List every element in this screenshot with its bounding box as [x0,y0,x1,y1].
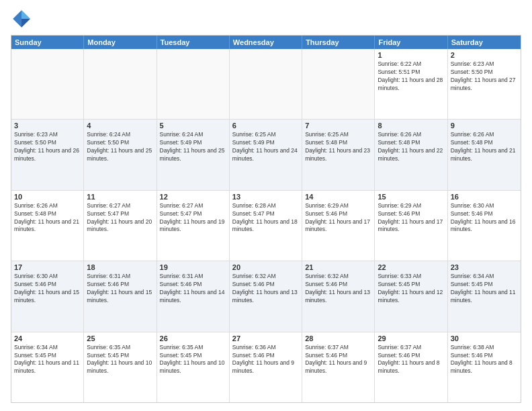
day-number: 20 [232,263,299,271]
calendar-cell: 11Sunrise: 6:27 AMSunset: 5:47 PMDayligh… [84,191,157,261]
day-number: 24 [14,334,81,342]
calendar-cell: 8Sunrise: 6:26 AMSunset: 5:48 PMDaylight… [375,120,447,189]
calendar-cell: 2Sunrise: 6:23 AMSunset: 5:50 PMDaylight… [448,49,521,119]
day-info: Sunrise: 6:37 AMSunset: 5:46 PMDaylight:… [378,344,444,376]
day-number: 6 [232,122,299,130]
day-info: Sunrise: 6:28 AMSunset: 5:47 PMDaylight:… [232,202,299,234]
day-info: Sunrise: 6:31 AMSunset: 5:46 PMDaylight:… [87,273,153,305]
day-number: 19 [160,263,226,271]
day-info: Sunrise: 6:24 AMSunset: 5:49 PMDaylight:… [160,131,226,163]
day-number: 27 [232,334,299,342]
calendar-cell: 5Sunrise: 6:24 AMSunset: 5:49 PMDaylight… [157,120,230,189]
day-number: 14 [305,193,371,201]
calendar-cell [11,49,84,119]
day-number: 21 [305,263,371,271]
calendar-cell: 4Sunrise: 6:24 AMSunset: 5:50 PMDaylight… [84,120,157,189]
day-info: Sunrise: 6:27 AMSunset: 5:47 PMDaylight:… [87,202,153,234]
day-number: 17 [14,263,81,271]
calendar-cell: 21Sunrise: 6:32 AMSunset: 5:46 PMDayligh… [302,261,375,331]
calendar-cell [302,49,375,119]
calendar-row: 24Sunrise: 6:34 AMSunset: 5:45 PMDayligh… [11,332,521,402]
calendar-row: 17Sunrise: 6:30 AMSunset: 5:46 PMDayligh… [11,261,521,332]
day-info: Sunrise: 6:37 AMSunset: 5:46 PMDaylight:… [305,344,371,376]
day-number: 13 [232,193,299,201]
day-info: Sunrise: 6:25 AMSunset: 5:48 PMDaylight:… [305,131,371,163]
calendar-cell: 12Sunrise: 6:27 AMSunset: 5:47 PMDayligh… [157,191,230,261]
day-number: 1 [378,51,444,59]
day-number: 22 [378,263,444,271]
day-number: 23 [451,263,518,271]
header-cell-monday: Monday [84,36,157,49]
day-info: Sunrise: 6:30 AMSunset: 5:46 PMDaylight:… [14,273,81,305]
calendar-row: 1Sunrise: 6:22 AMSunset: 5:51 PMDaylight… [11,49,521,120]
calendar-cell: 19Sunrise: 6:31 AMSunset: 5:46 PMDayligh… [157,261,230,331]
day-info: Sunrise: 6:29 AMSunset: 5:46 PMDaylight:… [305,202,371,234]
day-info: Sunrise: 6:24 AMSunset: 5:50 PMDaylight:… [87,131,153,163]
day-number: 29 [378,334,444,342]
calendar-cell: 30Sunrise: 6:38 AMSunset: 5:46 PMDayligh… [448,332,521,402]
calendar-cell: 20Sunrise: 6:32 AMSunset: 5:46 PMDayligh… [230,261,302,331]
calendar-cell: 29Sunrise: 6:37 AMSunset: 5:46 PMDayligh… [375,332,447,402]
day-info: Sunrise: 6:23 AMSunset: 5:50 PMDaylight:… [14,131,81,163]
day-number: 12 [160,193,226,201]
calendar-cell [84,49,157,119]
day-number: 18 [87,263,153,271]
day-number: 28 [305,334,371,342]
calendar-cell: 16Sunrise: 6:30 AMSunset: 5:46 PMDayligh… [448,191,521,261]
day-number: 10 [14,193,81,201]
calendar-cell [230,49,302,119]
day-info: Sunrise: 6:36 AMSunset: 5:46 PMDaylight:… [232,344,299,376]
day-info: Sunrise: 6:22 AMSunset: 5:51 PMDaylight:… [378,60,444,93]
header-cell-friday: Friday [375,36,447,49]
calendar-cell: 14Sunrise: 6:29 AMSunset: 5:46 PMDayligh… [302,191,375,261]
calendar-header: SundayMondayTuesdayWednesdayThursdayFrid… [11,36,521,49]
calendar-cell: 24Sunrise: 6:34 AMSunset: 5:45 PMDayligh… [11,332,84,402]
day-number: 5 [160,122,226,130]
day-info: Sunrise: 6:23 AMSunset: 5:50 PMDaylight:… [451,60,518,93]
calendar-cell: 27Sunrise: 6:36 AMSunset: 5:46 PMDayligh… [230,332,302,402]
day-info: Sunrise: 6:33 AMSunset: 5:45 PMDaylight:… [378,273,444,305]
day-number: 9 [451,122,518,130]
logo-area [11,8,35,30]
day-info: Sunrise: 6:35 AMSunset: 5:45 PMDaylight:… [87,344,153,376]
day-number: 8 [378,122,444,130]
calendar-cell: 26Sunrise: 6:35 AMSunset: 5:45 PMDayligh… [157,332,230,402]
day-number: 3 [14,122,81,130]
day-info: Sunrise: 6:25 AMSunset: 5:49 PMDaylight:… [232,131,299,163]
calendar-cell: 3Sunrise: 6:23 AMSunset: 5:50 PMDaylight… [11,120,84,189]
day-info: Sunrise: 6:30 AMSunset: 5:46 PMDaylight:… [451,202,518,234]
day-number: 25 [87,334,153,342]
day-number: 26 [160,334,226,342]
header [11,8,521,30]
calendar-cell: 15Sunrise: 6:29 AMSunset: 5:46 PMDayligh… [375,191,447,261]
day-info: Sunrise: 6:26 AMSunset: 5:48 PMDaylight:… [451,131,518,163]
day-info: Sunrise: 6:32 AMSunset: 5:46 PMDaylight:… [232,273,299,305]
calendar-cell: 18Sunrise: 6:31 AMSunset: 5:46 PMDayligh… [84,261,157,331]
day-number: 7 [305,122,371,130]
calendar-cell: 9Sunrise: 6:26 AMSunset: 5:48 PMDaylight… [448,120,521,189]
calendar-cell: 25Sunrise: 6:35 AMSunset: 5:45 PMDayligh… [84,332,157,402]
day-info: Sunrise: 6:34 AMSunset: 5:45 PMDaylight:… [14,344,81,376]
day-number: 16 [451,193,518,201]
header-cell-saturday: Saturday [448,36,521,49]
calendar-cell: 13Sunrise: 6:28 AMSunset: 5:47 PMDayligh… [230,191,302,261]
calendar: SundayMondayTuesdayWednesdayThursdayFrid… [11,35,521,403]
day-number: 30 [451,334,518,342]
header-cell-tuesday: Tuesday [157,36,230,49]
calendar-cell: 7Sunrise: 6:25 AMSunset: 5:48 PMDaylight… [302,120,375,189]
day-info: Sunrise: 6:34 AMSunset: 5:45 PMDaylight:… [451,273,518,305]
day-info: Sunrise: 6:31 AMSunset: 5:46 PMDaylight:… [160,273,226,305]
calendar-cell: 10Sunrise: 6:26 AMSunset: 5:48 PMDayligh… [11,191,84,261]
calendar-body: 1Sunrise: 6:22 AMSunset: 5:51 PMDaylight… [11,49,521,402]
day-info: Sunrise: 6:26 AMSunset: 5:48 PMDaylight:… [378,131,444,163]
svg-marker-2 [21,19,30,28]
day-info: Sunrise: 6:29 AMSunset: 5:46 PMDaylight:… [378,202,444,234]
header-cell-thursday: Thursday [302,36,375,49]
logo-icon [11,8,32,30]
calendar-cell: 22Sunrise: 6:33 AMSunset: 5:45 PMDayligh… [375,261,447,331]
calendar-cell: 28Sunrise: 6:37 AMSunset: 5:46 PMDayligh… [302,332,375,402]
day-info: Sunrise: 6:26 AMSunset: 5:48 PMDaylight:… [14,202,81,234]
calendar-row: 10Sunrise: 6:26 AMSunset: 5:48 PMDayligh… [11,191,521,261]
calendar-cell: 6Sunrise: 6:25 AMSunset: 5:49 PMDaylight… [230,120,302,189]
calendar-cell: 23Sunrise: 6:34 AMSunset: 5:45 PMDayligh… [448,261,521,331]
